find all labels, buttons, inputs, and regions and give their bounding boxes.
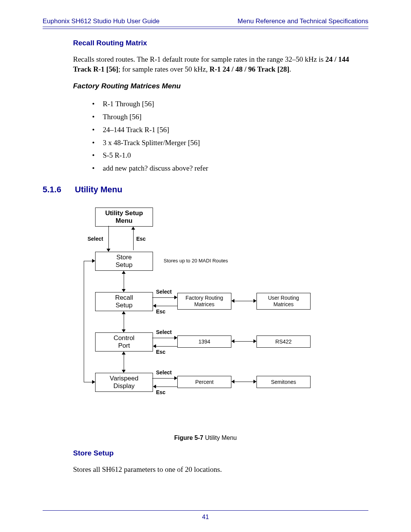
- box-percent: Percent: [177, 376, 231, 388]
- label-select: Select: [156, 369, 172, 375]
- list-item: 3 x 48-Track Splitter/Merger [56]: [92, 136, 368, 149]
- box-recall-setup: Recall Setup: [95, 292, 153, 311]
- page: Euphonix SH612 Studio Hub User Guide Men…: [0, 0, 411, 532]
- factory-menu-list: R-1 Through [56] Through [56] 24–144 Tra…: [92, 97, 368, 174]
- page-header: Euphonix SH612 Studio Hub User Guide Men…: [43, 18, 368, 25]
- label-esc: Esc: [136, 236, 146, 242]
- heading-factory-menu: Factory Routing Matrices Menu: [73, 82, 368, 90]
- box-user-matrices: User Routing Matrices: [256, 293, 311, 310]
- note-store: Stores up to 20 MADI Routes: [164, 258, 228, 264]
- list-item: 24–144 Track R-1 [56]: [92, 123, 368, 136]
- box-1394: 1394: [177, 335, 231, 348]
- heading-store-setup: Store Setup: [73, 449, 368, 457]
- list-item: R-1 Through [56]: [92, 97, 368, 110]
- box-rs422: RS422: [256, 335, 311, 348]
- box-factory-matrices: Factory Routing Matrices: [177, 293, 231, 310]
- label-select: Select: [156, 289, 172, 295]
- label-select: Select: [88, 236, 103, 242]
- box-control-port: Control Port: [95, 332, 153, 351]
- content: Recall Routing Matrix Recalls stored rou…: [43, 37, 368, 478]
- label-select: Select: [156, 329, 172, 335]
- box-store-setup: Store Setup: [95, 252, 153, 271]
- label-esc: Esc: [156, 389, 166, 395]
- section-number: 5.1.6: [43, 185, 73, 195]
- box-varispeed: Varispeed Display: [95, 373, 153, 392]
- utility-menu-diagram: Utility Setup Menu Select Esc Store Setu…: [84, 208, 327, 432]
- heading-utility: 5.1.6 Utility Menu: [43, 185, 368, 195]
- list-item: Through [56]: [92, 110, 368, 123]
- list-item: S-5 R-1.0: [92, 149, 368, 162]
- box-utility-setup: Utility Setup Menu: [95, 208, 153, 227]
- page-number: 41: [0, 514, 411, 521]
- label-esc: Esc: [156, 349, 166, 355]
- heading-recall-routing: Recall Routing Matrix: [73, 39, 368, 47]
- header-right: Menu Reference and Technical Specificati…: [237, 18, 368, 25]
- list-item: add new patch? discuss above? refer: [92, 162, 368, 175]
- header-left: Euphonix SH612 Studio Hub User Guide: [43, 18, 159, 25]
- footer-rule: [43, 510, 368, 511]
- section-title: Utility Menu: [75, 185, 123, 194]
- label-esc: Esc: [156, 308, 166, 315]
- figure-caption: Figure 5-7 Utility Menu: [43, 435, 368, 441]
- para-store-setup: Stores all SH612 parameters to one of 20…: [73, 465, 368, 474]
- header-rule: [43, 27, 368, 29]
- box-semitones: Semitones: [256, 376, 311, 388]
- para-recall-routing: Recalls stored routes. The R-1 default r…: [73, 54, 368, 74]
